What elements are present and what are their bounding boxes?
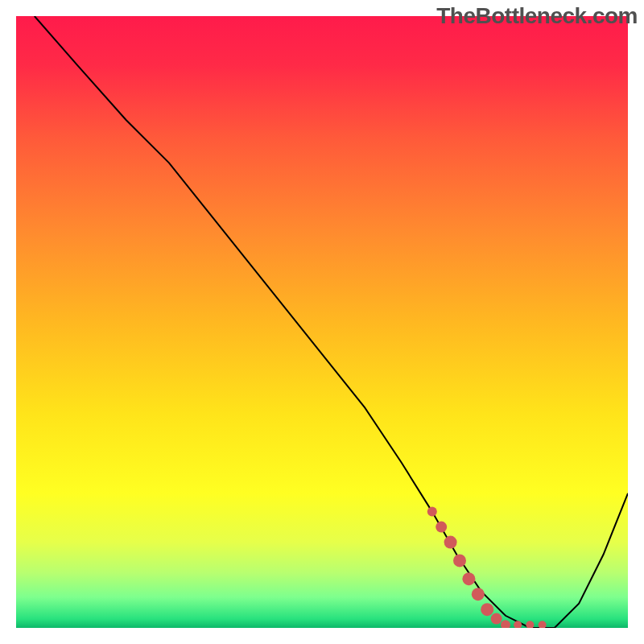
marker-dot — [514, 621, 522, 628]
marker-dot — [436, 522, 447, 533]
marker-dot — [462, 572, 475, 585]
chart-container: TheBottleneck.com — [0, 0, 644, 644]
marker-dot — [501, 620, 510, 628]
marker-dot — [539, 621, 547, 628]
highlight-markers — [427, 507, 547, 628]
marker-dot — [453, 554, 466, 567]
marker-dot — [472, 588, 485, 601]
marker-dot — [444, 536, 457, 549]
marker-dot — [427, 507, 437, 517]
watermark-text: TheBottleneck.com — [436, 3, 638, 29]
marker-dot — [491, 613, 502, 625]
marker-dot — [481, 603, 493, 616]
marker-dot — [526, 621, 534, 628]
marker-layer — [16, 16, 628, 628]
